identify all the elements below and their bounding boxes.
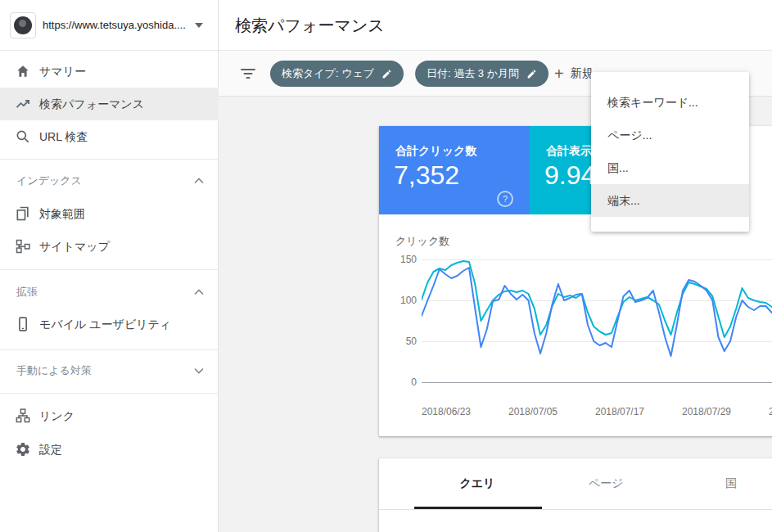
- divider: [0, 349, 219, 350]
- tab-pages[interactable]: ページ: [589, 476, 624, 491]
- property-avatar: [10, 12, 36, 38]
- pencil-edit-icon: [381, 69, 392, 79]
- chip-label: 検索タイプ: ウェブ: [282, 66, 374, 81]
- date-filter-chip[interactable]: 日付: 過去 3 か月間: [415, 61, 549, 87]
- sidebar-item-label: URL 検査: [39, 120, 88, 153]
- x-tick-label: 2018/07/05: [508, 406, 558, 417]
- divider: [379, 509, 772, 510]
- section-label: インデックス: [16, 165, 82, 196]
- total-clicks-card[interactable]: 合計クリック数 7,352 ?: [379, 126, 530, 214]
- x-tick-label: 2018/08/10: [769, 406, 772, 417]
- mobile-phone-icon: [15, 316, 31, 332]
- sidebar-item-summary[interactable]: サマリー: [0, 55, 219, 88]
- clicks-line-chart: [422, 259, 772, 382]
- sidebar-section-index[interactable]: インデックス: [0, 165, 219, 196]
- help-icon[interactable]: ?: [497, 191, 513, 207]
- section-label: 拡張: [16, 277, 38, 308]
- sidebar-item-label: サイトマップ: [39, 230, 110, 263]
- metric-label: 合計表示: [546, 144, 592, 159]
- sidebar-item-label: サマリー: [39, 55, 86, 88]
- new-filter-button[interactable]: + 新規: [554, 61, 594, 87]
- metric-label: 合計クリック数: [395, 144, 476, 159]
- gear-icon: [15, 441, 31, 458]
- caret-down-icon: [195, 23, 203, 28]
- metric-value: 7,352: [394, 160, 459, 191]
- plus-icon: +: [554, 61, 564, 87]
- search-icon: [15, 128, 31, 145]
- filter-list-icon[interactable]: [240, 66, 256, 81]
- coverage-pages-icon: [15, 205, 31, 222]
- y-tick-label: 100: [384, 295, 417, 306]
- y-tick-label: 150: [384, 254, 417, 265]
- new-filter-label: 新規: [571, 66, 594, 81]
- divider: [0, 269, 219, 270]
- menu-item-query[interactable]: 検索キーワード...: [591, 86, 749, 119]
- menu-item-device[interactable]: 端末...: [591, 184, 749, 217]
- chevron-down-icon: [194, 367, 204, 375]
- section-label: 手動による対策: [16, 355, 92, 386]
- gridline-zero: [422, 382, 772, 383]
- site-icon: [14, 16, 32, 34]
- search-console-app: https://www.tetsuya.yoshida.... サマリー 検索パ…: [0, 0, 772, 532]
- home-icon: [15, 63, 31, 79]
- x-tick-label: 2018/07/17: [595, 406, 644, 417]
- chevron-up-icon: [194, 288, 204, 296]
- sidebar-item-search-performance[interactable]: 検索パフォーマンス: [0, 88, 219, 120]
- divider: [0, 393, 219, 394]
- new-filter-dropdown-menu: 検索キーワード... ページ... 国... 端末...: [591, 72, 749, 232]
- property-selector[interactable]: https://www.tetsuya.yoshida....: [0, 0, 218, 51]
- main-header: 検索パフォーマンス: [219, 0, 772, 51]
- x-tick-label: 2018/06/23: [422, 406, 471, 417]
- sidebar-item-sitemaps[interactable]: サイトマップ: [0, 230, 219, 263]
- links-tree-icon: [15, 408, 31, 424]
- chevron-up-icon: [194, 177, 204, 185]
- sidebar: https://www.tetsuya.yoshida.... サマリー 検索パ…: [0, 0, 219, 532]
- trending-up-icon: [15, 96, 31, 112]
- sidebar-section-enhancements[interactable]: 拡張: [0, 277, 219, 308]
- y-tick-label: 0: [384, 376, 417, 388]
- sidebar-item-coverage[interactable]: 対象範囲: [0, 197, 219, 230]
- metric-value: 9.94: [544, 160, 595, 191]
- x-tick-label: 2018/07/29: [682, 406, 731, 417]
- pencil-edit-icon: [526, 69, 537, 79]
- sidebar-item-url-inspection[interactable]: URL 検査: [0, 120, 219, 153]
- chip-label: 日付: 過去 3 か月間: [427, 66, 519, 81]
- query-table-card: クエリ ページ 国: [379, 458, 772, 532]
- sidebar-item-label: 対象範囲: [39, 197, 85, 230]
- sidebar-item-label: 検索パフォーマンス: [39, 88, 144, 120]
- sidebar-item-settings[interactable]: 設定: [0, 433, 219, 466]
- sidebar-item-mobile-usability[interactable]: モバイル ユーザビリティ: [0, 308, 219, 340]
- page-title: 検索パフォーマンス: [235, 15, 385, 37]
- menu-item-country[interactable]: 国...: [591, 151, 749, 184]
- chart-series-label: クリック数: [395, 234, 449, 249]
- y-tick-label: 50: [384, 336, 417, 347]
- sitemap-icon: [15, 238, 31, 255]
- sidebar-item-label: リンク: [39, 399, 74, 432]
- sidebar-section-manual-actions[interactable]: 手動による対策: [0, 355, 219, 386]
- sidebar-item-links[interactable]: リンク: [0, 399, 219, 432]
- sidebar-item-label: 設定: [39, 433, 62, 466]
- search-type-filter-chip[interactable]: 検索タイプ: ウェブ: [270, 61, 404, 87]
- sidebar-item-label: モバイル ユーザビリティ: [39, 308, 171, 340]
- tab-countries[interactable]: 国: [725, 476, 737, 491]
- divider: [0, 159, 219, 160]
- property-url: https://www.tetsuya.yoshida....: [43, 0, 188, 51]
- tab-queries[interactable]: クエリ: [460, 476, 495, 491]
- menu-item-page[interactable]: ページ...: [591, 119, 749, 151]
